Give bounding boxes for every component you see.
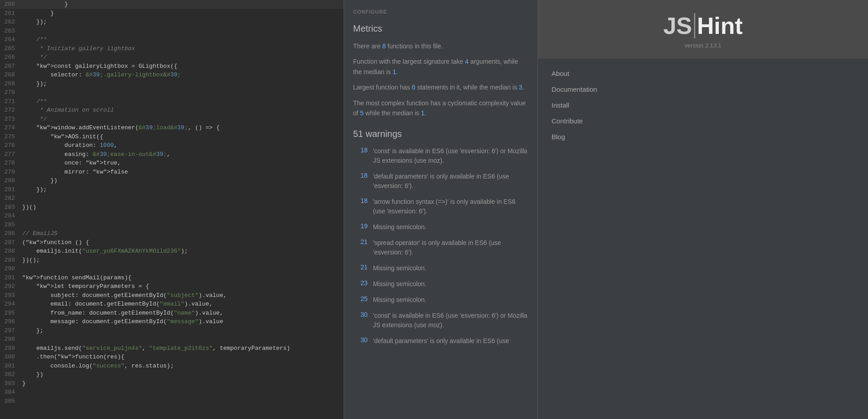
warnings-list: 18'const' is available in ES6 (use 'esve… [353,146,528,346]
line-code: easing: &#39;ease-in-out&#39;, [20,150,344,159]
warning-message: 'spread operator' is only available in E… [373,238,528,257]
warning-message: 'arrow function syntax (=>)' is only ava… [373,197,528,216]
line-number: 290 [0,264,20,273]
table-row: 291"kw">function sendMail(params){ [0,273,344,282]
table-row: 298 [0,335,344,344]
line-code [20,212,344,221]
line-code: "kw">function sendMail(params){ [20,273,344,282]
metric-functions: There are 8 functions in this file. [353,41,528,51]
line-code [20,264,344,273]
table-row: 265 * Initiate gallery lightbox [0,44,344,53]
table-row: 301 console.log("success", res.status); [0,362,344,371]
line-number: 300 [0,353,20,362]
line-code [20,88,344,97]
line-code: ("kw">function () { [20,238,344,247]
metric-median-args: 1 [392,68,396,75]
warning-message: Missing semicolon. [373,222,426,232]
line-number: 264 [0,35,20,44]
line-number: 268 [0,71,20,80]
table-row: 287("kw">function () { [0,238,344,247]
metric-statements: Largest function has 6 statements in it,… [353,82,528,92]
metric-complexity: The most complex function has a cyclomat… [353,98,528,118]
line-code: "kw">let temporaryParameters = { [20,282,344,291]
metric-stmts: 6 [412,84,415,91]
table-row: 296 message: document.getElementById("me… [0,317,344,326]
configure-label: CONFIGURE [353,9,528,14]
line-number: 297 [0,326,20,335]
metric-median-stmts: 3 [519,84,523,91]
nav-link-blog[interactable]: Blog [552,131,597,142]
line-number: 302 [0,370,20,379]
line-code: })() [20,203,344,212]
line-code [20,221,344,230]
line-code: */ [20,115,344,124]
table-row: 274 "kw">window.addEventListener(&#39;lo… [0,123,344,132]
line-code: }) [20,176,344,185]
line-code [20,27,344,36]
table-row: 283})() [0,203,344,212]
line-number: 293 [0,291,20,300]
line-code: subject: document.getElementById("subjec… [20,291,344,300]
list-item: 19Missing semicolon. [353,222,528,232]
line-number: 283 [0,203,20,212]
line-code: .then("kw">function(res){ [20,353,344,362]
line-code: "kw">window.addEventListener(&#39;load&#… [20,123,344,132]
line-number: 276 [0,141,20,150]
jshint-logo: JS Hint version 2.13.1 [538,0,868,59]
table-row: 285 [0,221,344,230]
line-number: 296 [0,317,20,326]
nav-panel: JS Hint version 2.13.1 About Documentati… [538,0,868,419]
table-row: 290 [0,264,344,273]
line-code: })(); [20,256,344,265]
logo-js: JS [663,12,692,39]
line-number: 289 [0,256,20,265]
table-row: 297 }; [0,326,344,335]
line-number: 269 [0,80,20,89]
line-code: }); [20,80,344,89]
line-number: 267 [0,62,20,71]
warning-line-number: 30 [353,336,368,346]
line-number: 295 [0,309,20,318]
nav-link-about[interactable]: About [552,68,597,79]
warning-line-number: 25 [353,295,368,305]
warning-line-number: 18 [353,146,368,165]
list-item: 21Missing semicolon. [353,264,528,273]
metric-complexity-val: 5 [360,109,364,117]
line-number: 291 [0,273,20,282]
warning-message: 'const' is available in ES6 (use 'esvers… [373,146,528,165]
nav-link-contribute[interactable]: Contribute [552,115,597,127]
table-row: 303} [0,379,344,388]
table-row: 279 mirror: "kw">false [0,168,344,177]
line-code: once: "kw">true, [20,159,344,168]
table-row: 282 [0,194,344,203]
table-row: 266 */ [0,53,344,62]
table-row: 286// EmailJS [0,229,344,238]
line-code: selector: &#39;.gallery-lightbox&#39; [20,71,344,80]
warning-message: 'const' is available in ES6 (use 'esvers… [373,311,528,330]
table-row: 267 "kw">const galleryLightbox = GLightb… [0,62,344,71]
line-code: console.log("success", res.status); [20,362,344,371]
logo-hint: Hint [697,12,743,39]
line-code: message: document.getElementById("messag… [20,317,344,326]
line-number: 274 [0,123,20,132]
line-number: 271 [0,97,20,106]
nav-link-documentation[interactable]: Documentation [552,84,597,95]
list-item: 18'const' is available in ES6 (use 'esve… [353,146,528,165]
list-item: 21'spread operator' is only available in… [353,238,528,257]
line-code: "kw">const galleryLightbox = GLightbox({ [20,62,344,71]
table-row: 294 email: document.getElementById("emai… [0,300,344,309]
line-number: 278 [0,159,20,168]
logo-divider [694,13,695,38]
line-code: } [20,0,344,9]
table-row: 305 [0,397,344,406]
warning-message: Missing semicolon. [373,295,426,305]
line-number: 294 [0,300,20,309]
list-item: 18'arrow function syntax (=>)' is only a… [353,197,528,216]
nav-link-install[interactable]: Install [552,99,597,111]
table-row: 262 }); [0,18,344,27]
line-number: 286 [0,229,20,238]
results-panel[interactable]: CONFIGURE Metrics There are 8 functions … [344,0,538,419]
table-row: 288 emailjs.init("user_yu6FXmAZKAhYkMOil… [0,247,344,256]
warning-message: 'default parameters' is only available i… [373,172,528,191]
table-row: 284 [0,212,344,221]
